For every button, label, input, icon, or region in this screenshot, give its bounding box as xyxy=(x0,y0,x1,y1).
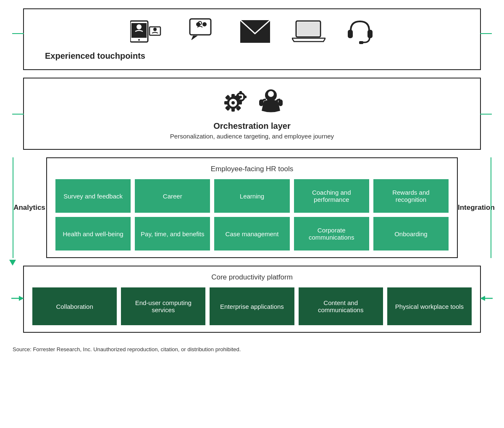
svg-rect-30 xyxy=(235,96,238,98)
diagram-container: Experienced touchpoints xyxy=(13,8,491,352)
orchestration-title: Orchestration layer xyxy=(45,121,459,131)
core-cell-collab: Collaboration xyxy=(32,287,117,325)
core-cell-content: Content and communications xyxy=(299,287,383,325)
svg-rect-15 xyxy=(359,41,363,44)
headset-person-icon xyxy=(257,88,285,117)
envelope-icon xyxy=(239,19,271,45)
hr-tools-section: Analytics Employee-facing HR tools Surve… xyxy=(13,157,491,258)
core-cell-physical: Physical workplace tools xyxy=(387,287,472,325)
core-grid: Collaboration End-user computing service… xyxy=(32,287,472,325)
touchpoints-title: Experienced touchpoints xyxy=(45,51,459,61)
integration-label: Integration xyxy=(458,204,491,212)
orchestration-icons xyxy=(45,88,459,117)
hr-cell-pay: Pay, time, and benefits xyxy=(135,217,210,251)
svg-rect-34 xyxy=(259,99,263,106)
device-icon xyxy=(130,18,168,47)
svg-rect-14 xyxy=(368,30,373,38)
touchpoints-icons xyxy=(45,18,459,47)
hr-cell-rewards: Rewards and recognition xyxy=(373,179,449,213)
chat-icon xyxy=(189,18,218,47)
core-platform-section: Core productivity platform Collaboration… xyxy=(23,266,481,333)
hr-cell-learning: Learning xyxy=(214,179,289,213)
hr-tools-title: Employee-facing HR tools xyxy=(55,165,449,173)
svg-marker-39 xyxy=(480,296,485,301)
svg-rect-31 xyxy=(243,96,247,98)
hr-cell-case: Case management xyxy=(214,217,289,251)
hr-cell-coaching: Coaching and performance xyxy=(294,179,369,213)
svg-marker-37 xyxy=(19,296,24,301)
hr-tools-grid: Survey and feedback Career Learning Coac… xyxy=(55,179,449,251)
svg-point-5 xyxy=(153,28,157,31)
svg-rect-13 xyxy=(348,30,353,38)
svg-point-3 xyxy=(136,24,142,29)
headset-icon xyxy=(346,18,374,47)
laptop-icon xyxy=(292,19,326,46)
analytics-label: Analytics xyxy=(13,204,46,212)
footer-text: Source: Forrester Research, Inc. Unautho… xyxy=(13,346,491,352)
svg-point-2 xyxy=(138,39,140,41)
svg-point-27 xyxy=(239,96,242,98)
orchestration-layer: Orchestration layer Personalization, aud… xyxy=(23,78,481,150)
hr-cell-health: Health and well-being xyxy=(55,217,131,251)
svg-rect-35 xyxy=(278,99,283,106)
svg-point-8 xyxy=(202,22,207,26)
hr-cell-career: Career xyxy=(135,179,210,213)
touchpoints-layer: Experienced touchpoints xyxy=(23,8,481,70)
svg-rect-28 xyxy=(239,91,242,94)
svg-rect-12 xyxy=(297,22,319,36)
svg-rect-29 xyxy=(239,99,242,103)
core-cell-computing: End-user computing services xyxy=(121,287,205,325)
hr-cell-corporate: Corporate communications xyxy=(294,217,369,251)
svg-point-17 xyxy=(231,101,235,104)
svg-rect-20 xyxy=(224,101,228,104)
core-cell-enterprise: Enterprise applications xyxy=(210,287,294,325)
hr-tools-box: Employee-facing HR tools Survey and feed… xyxy=(46,157,458,258)
gear-icon xyxy=(220,88,249,116)
svg-rect-19 xyxy=(231,107,235,112)
svg-point-33 xyxy=(268,91,274,97)
core-box: Core productivity platform Collaboration… xyxy=(23,266,481,333)
core-title: Core productivity platform xyxy=(32,273,472,282)
svg-rect-18 xyxy=(231,94,235,98)
hr-cell-survey: Survey and feedback xyxy=(55,179,131,213)
hr-cell-onboarding: Onboarding xyxy=(373,217,449,251)
orchestration-subtitle: Personalization, audience targeting, and… xyxy=(45,133,459,140)
